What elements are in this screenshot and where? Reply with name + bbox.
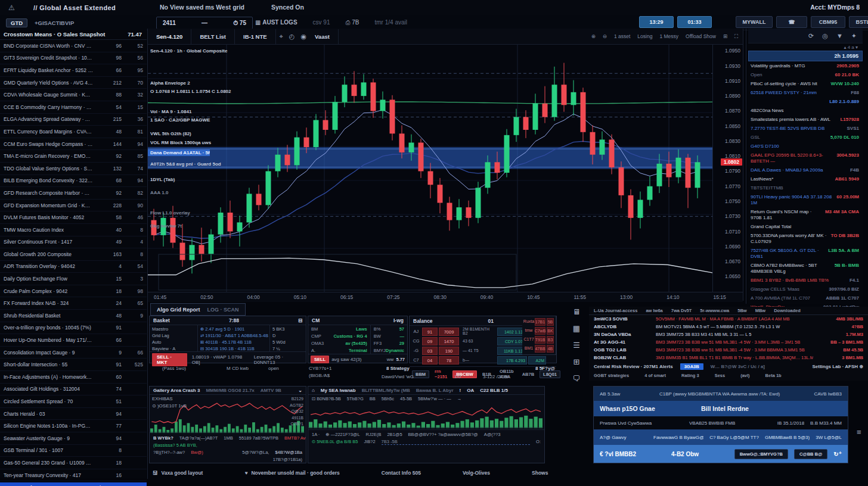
print-button[interactable]: ⎙ 7B <box>345 19 359 26</box>
stepper-dash-icon[interactable]: — <box>202 20 207 26</box>
watchlist-row[interactable]: BND Corporate CISNA Worth · CNV 28419652 <box>0 40 147 52</box>
watchlist-row[interactable]: Silicon Engine Notes 1-100a · In-PGA Sil… <box>0 420 147 432</box>
panel-icon[interactable]: ⊞ <box>574 357 580 366</box>
expand-icon[interactable]: ⛶ <box>734 33 738 40</box>
dom-ask-cell[interactable]: 17B 4.293 <box>497 356 527 364</box>
mywall-button[interactable]: MYWALL <box>736 16 773 28</box>
risk-row[interactable]: BGB2W CLAB3M3 BMM35 B1 5MB BL1 T1 B1 IBM… <box>589 354 868 362</box>
risk-tab[interactable]: aw Iw6a <box>646 308 662 313</box>
news-item[interactable]: G40'S D7100 <box>748 142 863 151</box>
order-row[interactable]: ⊟ 3041B 190.1B · 41B 11B <box>200 346 267 351</box>
zoom-out-icon[interactable]: ⊖ <box>603 33 607 39</box>
collapse-icon[interactable]: ⊟ <box>298 317 302 323</box>
mini-chart-2[interactable] <box>308 402 543 429</box>
dom-bid-grid[interactable]: AJ917009CG091470-G03190C70478 <box>410 326 461 366</box>
watchlist-row[interactable]: Circled Settlement Spread · 7051 <box>0 395 147 408</box>
watchlist-row[interactable]: DVLM Futures Basis Monitor · 40525846 <box>0 211 147 224</box>
watchlist-row[interactable]: ETTL Currency Board Margins · CVAA 94474… <box>0 126 147 138</box>
chat-icon[interactable]: 🗨 <box>573 374 581 383</box>
watchlist-row[interactable]: BILB Emerging Bond Convexity · 3224 4234… <box>0 175 147 188</box>
right-item-4[interactable]: Offload Show <box>686 33 716 39</box>
news-item[interactable]: 5700.33DNA parrots worry AB' MK · C.L079… <box>748 231 863 246</box>
watchlist-row[interactable]: GIT3 Sovereign Credit Snapshot · 1004 EM… <box>0 52 147 65</box>
dom-bid-cell[interactable]: 91 <box>422 328 438 336</box>
right-item-1[interactable]: 1 asset <box>614 33 630 39</box>
watchlist-row[interactable]: TMA E-micro Grain Recovery · EMOL 253592… <box>0 150 147 163</box>
cbm-button[interactable]: CBM95 <box>811 16 845 28</box>
order-row[interactable]: ⊕ 2.47 avg 5 D · 1901 <box>200 326 267 333</box>
chart-body[interactable]: 1.09501.09301.09101.08901.08701.08501.08… <box>148 45 743 292</box>
close-button[interactable]: C@BB B@ <box>794 449 827 459</box>
risk-row[interactable]: 3mWC3 SOVtB5OV5MM · FAVMB ML M · MA A FB… <box>589 315 868 323</box>
phone-button[interactable]: ☎ <box>776 16 807 28</box>
news-item[interactable]: A 700 AVMBA (TIM 1L C707ABBB 1L C707 <box>748 294 863 303</box>
watchlist-row[interactable]: Consolidation Impact Gauge · 9966 <box>0 347 147 359</box>
logs-button[interactable]: ▦ AUST LOGS <box>255 19 297 26</box>
dom-bid-size[interactable]: 190 <box>439 347 459 355</box>
grid-icon[interactable]: ▦ <box>573 324 580 333</box>
watchlist-row[interactable]: TDO Global Value Sentry Options · STLL 4… <box>0 163 147 175</box>
candlestick-chart[interactable] <box>148 45 713 292</box>
footer-item[interactable]: Volg-Olives <box>463 470 490 476</box>
news-item[interactable]: Open60 21.0 BK <box>748 70 863 79</box>
watchlist-row[interactable]: ADR Transition Overlay · 94042454 <box>0 261 147 273</box>
dom-bid-size[interactable]: 1470 <box>439 337 459 345</box>
refresh-icon[interactable]: ⟳ <box>808 32 814 40</box>
footer-item[interactable]: Shows <box>532 470 548 476</box>
watchlist-row[interactable]: CCE B Commodity Carry Harmony · 944A C33… <box>0 101 147 114</box>
news-item[interactable]: CBMO A7B2 BvMBBwwc · 5BT 4BMB3EB VBLg5B … <box>748 261 863 276</box>
risk-settings-link[interactable]: Settings Lab · AFSH ⊕ <box>812 364 863 369</box>
hamburger-icon[interactable]: ≡ <box>857 428 861 437</box>
settings-icon[interactable]: ✦ <box>851 32 857 40</box>
order-row[interactable]: ⇄ 1911/30 · AB&T 1 A0BB48.5-4B <box>200 333 267 339</box>
watchlist-row[interactable]: EFRT Liquidity Basket Anchor · 5252 4294… <box>0 64 147 77</box>
risk-tab[interactable]: L-Ua Journal-access <box>594 308 637 313</box>
quantity-stepper[interactable]: 2411 — ⏱ 75 <box>156 17 253 29</box>
tab-ib1-nte[interactable]: IB-1 NTE <box>235 29 276 44</box>
news-item[interactable]: Glasgow CELLS 'Maas3097/96.0 BIZ <box>748 285 863 294</box>
news-item[interactable]: Volatility guardrails · MTG2905.2905 <box>748 61 863 70</box>
watchlist-row[interactable]: GFD Research Composite Harbor · GMBL 904… <box>0 187 147 200</box>
news-item[interactable]: 62518 FWEED SYSTY · 21mmF88 <box>748 88 863 97</box>
dom-bid-cell[interactable]: 03 <box>422 347 438 355</box>
truck-icon[interactable]: 🖥 <box>573 307 581 316</box>
right-item-3[interactable]: 1 Messy <box>659 33 678 39</box>
news-item[interactable]: LastNews*AB61 5949 <box>748 175 863 183</box>
watchlist-row[interactable]: GFD Expansion Momentum Grid · KTTL 42322… <box>0 200 147 212</box>
risk-tab[interactable]: Downloaded <box>774 308 801 313</box>
news-item[interactable]: GAAL EPG 20595 BL 5220 8.6+3-B8TETH —300… <box>748 151 863 166</box>
ticket-orders[interactable]: ⊕ 2.47 avg 5 D · 1901⇄ 1911/30 · AB&T 1 … <box>198 325 269 351</box>
tab-vaast[interactable]: Vaast <box>306 29 339 44</box>
dom-bid-size[interactable]: 7009 <box>439 328 459 336</box>
mini-chart-1-menu-icon[interactable]: ⌄ <box>298 388 302 393</box>
watchlist-row[interactable]: ELGA Advancing Spread Gateway · APML 401… <box>0 114 147 126</box>
buy-button[interactable]: 13:29 <box>639 16 674 28</box>
target-icon[interactable]: ◎ <box>822 32 828 40</box>
dom-bid-cell[interactable]: 09 <box>422 337 438 345</box>
summary-row-3[interactable]: A?@ Gawvy FavwwawG B ByawG@23 C? BaGy L@… <box>594 429 848 445</box>
watchlist-row[interactable]: Crude Palm Complex · 90421898 <box>0 285 147 298</box>
gtd-badge[interactable]: GTD <box>6 18 27 27</box>
bottom-tabstrip[interactable]: Algo Grid Report LOG · SCAN <box>150 303 246 316</box>
dom-bid-size[interactable]: 78 <box>439 356 459 364</box>
news-item[interactable]: L80 2.1-0.889 <box>748 97 863 106</box>
watchlist-row[interactable]: Silver Continuous Front · 1417494 <box>0 236 147 249</box>
risk-tab[interactable]: 7wa Dv5T <box>671 308 692 313</box>
summary-row-1[interactable]: Whasn p15O Gnae Bill Intel Rerdne <box>594 401 848 416</box>
watchlist-row[interactable]: Hover Up-One Numbered · May 171/-unranke… <box>0 334 147 347</box>
news-item[interactable]: GSL5,070 DL 010 <box>748 133 863 142</box>
watchlist-row[interactable]: Charts Herald · 0394 <box>0 408 147 420</box>
dom-bid-cell[interactable]: 04 <box>422 356 438 364</box>
watchlist-row[interactable]: TMW Macro Caution Index408 <box>0 224 147 236</box>
list-icon[interactable]: ☰ <box>573 341 580 350</box>
sell-button[interactable]: 01:33 <box>677 16 712 28</box>
symbol-tab[interactable]: Sen-4.120 <box>148 29 191 44</box>
time-axis[interactable]: 01:4502:5004:0005:1006:1507:2508:3009:40… <box>148 292 743 302</box>
risk-tab[interactable]: 5Bw <box>737 308 746 313</box>
watchlist-row[interactable]: Associated Gilt Holdings · 31200474 <box>0 384 147 396</box>
dom-ask-size[interactable]: A2M <box>528 356 546 364</box>
mini-sell-button[interactable]: SELL <box>311 356 329 363</box>
home-icon[interactable]: ⌂ <box>312 388 315 393</box>
watchlist-row[interactable]: CCM Euro Swaps Hedge Compass · 2404 4394… <box>0 138 147 151</box>
watchlist-row[interactable]: Global Growth 200 Composite1638 <box>0 248 147 261</box>
